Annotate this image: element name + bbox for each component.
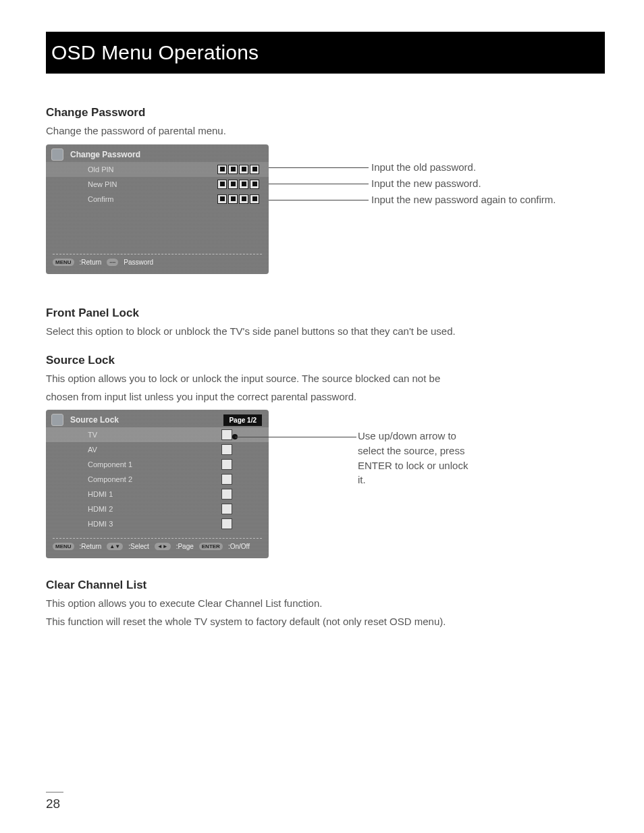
- page-number: 28: [46, 797, 60, 811]
- source-row-av: AV: [46, 442, 269, 457]
- menu-button-icon: MENU: [53, 259, 74, 266]
- source-row-comp2: Component 2: [46, 472, 269, 487]
- osd-title: Change Password: [70, 150, 140, 159]
- lock-icon: [51, 149, 63, 161]
- osd-footer-source: MENU :Return ▲▼ :Select ◄► :Page ENTER :…: [46, 541, 269, 553]
- heading-change-password: Change Password: [46, 106, 605, 119]
- desc-change-password: Change the password of parental menu.: [46, 124, 605, 139]
- osd-source-lock: Source Lock Page 1/2 TV AV Component 1 C…: [46, 410, 269, 558]
- field-label-confirm: Confirm: [88, 195, 217, 203]
- field-label-new-pin: New PIN: [88, 180, 217, 188]
- pin-row-old: Old PIN: [46, 162, 269, 177]
- desc-source-lock-1: This option allows you to lock or unlock…: [46, 371, 605, 387]
- osd-title-source-lock: Source Lock: [70, 415, 119, 425]
- heading-clear-channel-list: Clear Channel List: [46, 579, 605, 592]
- callout-confirm-pw: Input the new password again to confirm.: [371, 194, 556, 205]
- source-row-comp1: Component 1: [46, 457, 269, 472]
- osd-footer: MENU :Return ···· Password: [46, 257, 269, 269]
- updown-button-icon: ▲▼: [107, 543, 123, 550]
- menu-button-icon: MENU: [53, 543, 74, 550]
- footer-password-label: Password: [124, 259, 153, 266]
- desc-clear-channel-1: This option allows you to execute Clear …: [46, 596, 605, 612]
- callout-old-pw: Input the old password.: [371, 161, 476, 173]
- heading-front-panel-lock: Front Panel Lock: [46, 306, 605, 320]
- pin-row-confirm: Confirm: [46, 192, 269, 207]
- heading-source-lock: Source Lock: [46, 354, 605, 367]
- pin-row-new: New PIN: [46, 177, 269, 192]
- source-row-hdmi1: HDMI 1: [46, 487, 269, 502]
- source-row-hdmi2: HDMI 2: [46, 502, 269, 516]
- page-number-rule: [46, 792, 63, 792]
- footer-return-label: :Return: [80, 259, 102, 266]
- desc-clear-channel-2: This function will reset the whole TV sy…: [46, 614, 605, 630]
- enter-button-icon: ENTER: [199, 543, 223, 550]
- field-label-old-pin: Old PIN: [88, 165, 217, 173]
- page-badge: Page 1/2: [223, 414, 262, 426]
- lock-icon: [51, 414, 63, 426]
- source-row-hdmi3: HDMI 3: [46, 516, 269, 531]
- page-banner: OSD Menu Operations: [46, 32, 605, 74]
- num-button-icon: ····: [107, 259, 118, 266]
- callout-new-pw: Input the new password.: [371, 178, 481, 189]
- osd-change-password: Change Password Old PIN New PIN Confirm …: [46, 144, 269, 274]
- callout-source-lock: Use up/down arrow to select the source, …: [358, 429, 473, 487]
- desc-front-panel-lock: Select this option to block or unblock t…: [46, 324, 605, 340]
- leftright-button-icon: ◄►: [155, 543, 171, 550]
- desc-source-lock-2: chosen from input list unless you input …: [46, 389, 605, 405]
